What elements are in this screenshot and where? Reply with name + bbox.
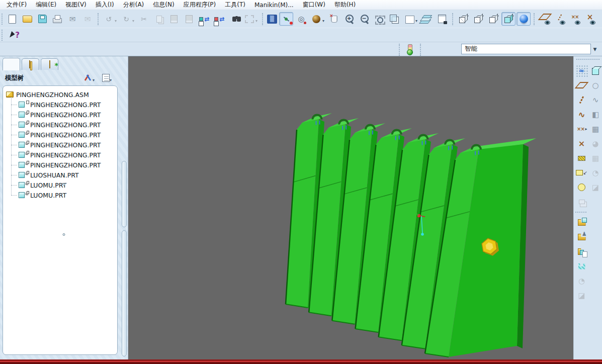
sweep-tool-button[interactable]: ∿	[588, 93, 602, 107]
copy-button[interactable]	[152, 12, 166, 26]
find-button[interactable]	[227, 12, 241, 26]
zoom-out-button[interactable]: −	[357, 12, 371, 26]
shaded-button[interactable]	[501, 12, 515, 26]
datum-axes-toggle[interactable]	[553, 12, 567, 26]
paste-special-button[interactable]	[182, 12, 196, 26]
saved-views-button[interactable]: AB▾	[402, 12, 419, 26]
tree-item-part[interactable]: PINGHENGZHONG.PRT	[5, 140, 116, 150]
hidden-line-button[interactable]	[471, 12, 485, 26]
refit-button[interactable]	[372, 12, 386, 26]
new-file-button[interactable]	[5, 12, 19, 26]
tree-item-part[interactable]: PINGHENGZHONG.PRT	[5, 110, 116, 120]
select-box-button[interactable]: ▾	[242, 12, 259, 26]
mold-slot-button[interactable]	[575, 259, 587, 273]
assemble-manikin-button[interactable]	[575, 230, 587, 244]
menu-item[interactable]: 应用程序(P)	[179, 0, 221, 10]
spin-center-button[interactable]	[279, 12, 293, 26]
menu-item[interactable]: 信息(N)	[148, 0, 179, 10]
annotation-feature-button[interactable]: A	[575, 180, 587, 194]
datum-point-tool-button[interactable]: ××▸	[574, 122, 588, 136]
note-tool-button[interactable]: ↙	[575, 166, 587, 179]
open-file-button[interactable]	[20, 12, 34, 26]
toolbar-grip[interactable]	[2, 14, 3, 25]
enhanced-realism-button[interactable]	[517, 12, 531, 26]
annotations-toggle[interactable]	[598, 12, 602, 26]
selection-filter-dropdown-arrow[interactable]: ▼	[591, 44, 599, 54]
tree-item-part[interactable]: PINGHENGZHONG.PRT	[5, 130, 116, 140]
style-tool-button[interactable]: ◕	[588, 137, 602, 150]
sash-collapse-button[interactable]	[63, 233, 65, 236]
tree-item-part[interactable]: PINGHENGZHONG.PRT	[5, 160, 116, 170]
regenerate-button[interactable]: ⇄	[197, 12, 211, 26]
sketch-tool-button[interactable]: ≈	[575, 64, 587, 77]
menu-item[interactable]: 插入(I)	[91, 0, 119, 10]
sash-collapse-button[interactable]	[63, 183, 65, 186]
wireframe-button[interactable]	[456, 12, 470, 26]
regenerate-manager-button[interactable]: ⇄	[212, 12, 226, 26]
csys-tool-button[interactable]: ×	[575, 137, 587, 150]
boundary-surface-button[interactable]: ▦	[588, 122, 602, 136]
tree-item-part[interactable]: PINGHENGZHONG.PRT	[5, 150, 116, 160]
datum-csys-toggle[interactable]: ×	[583, 12, 597, 26]
context-help-button[interactable]: ?	[8, 28, 22, 42]
chamfer-tool-button[interactable]: ◪	[575, 289, 587, 302]
reorient-button[interactable]	[387, 12, 401, 26]
email-model-button[interactable]: ✉	[65, 12, 79, 26]
tab-folder-browser[interactable]	[22, 58, 39, 70]
navigator-sash-upper[interactable]	[122, 161, 127, 227]
menu-item[interactable]: 工具(T)	[220, 0, 250, 10]
save-file-button[interactable]	[35, 12, 49, 26]
undo-button[interactable]: ↺▾	[102, 12, 118, 26]
tree-item-part[interactable]: PINGHENGZHONG.PRT	[5, 100, 116, 110]
menu-item[interactable]: 编辑(E)	[31, 0, 61, 10]
selection-filter-combobox[interactable]: 智能	[461, 44, 591, 54]
datum-planes-toggle[interactable]	[538, 12, 552, 26]
repaint-button[interactable]: ▒	[266, 12, 278, 26]
layers-button[interactable]	[420, 12, 434, 26]
appearance-gallery-button[interactable]: ▾	[309, 12, 326, 26]
round-tool-button[interactable]: ◔	[575, 274, 587, 288]
orient-mode-button[interactable]: ◎	[294, 12, 308, 26]
menu-item[interactable]: 文件(F)	[2, 0, 31, 10]
datum-points-toggle[interactable]: ××	[568, 12, 582, 26]
tree-item-part[interactable]: LUOSHUAN.PRT	[5, 170, 116, 180]
round2-disabled-button[interactable]: ◔	[588, 166, 602, 179]
tree-item-part[interactable]: LUOMU.PRT	[5, 180, 116, 190]
create-component-button[interactable]	[575, 245, 587, 258]
assemble-component-button[interactable]	[575, 216, 587, 229]
menu-item[interactable]: 分析(A)	[119, 0, 149, 10]
tab-favorites[interactable]	[41, 58, 58, 70]
no-hidden-button[interactable]	[486, 12, 500, 26]
drag-mode-button[interactable]	[327, 12, 341, 26]
navigator-sash-lower[interactable]	[122, 230, 127, 356]
tree-settings-button[interactable]: ▾	[82, 72, 97, 83]
datum-curve-tool-button[interactable]: ∿	[575, 108, 587, 121]
menu-item[interactable]: 视图(V)	[61, 0, 91, 10]
toolbar-grip[interactable]	[2, 30, 6, 41]
menu-item[interactable]: 帮助(H)	[330, 0, 360, 10]
tab-model-tree[interactable]	[3, 58, 20, 70]
toolbar-grip[interactable]	[576, 59, 599, 62]
pattern-grid-button[interactable]: ▦	[588, 151, 602, 165]
cut-button[interactable]: ✂	[137, 12, 151, 26]
menu-item[interactable]: Manikin(M)...	[250, 1, 298, 10]
extrude-tool-button[interactable]	[588, 64, 602, 77]
datum-axis-tool-button[interactable]	[575, 93, 587, 107]
redo-button[interactable]: ↻▾	[119, 12, 136, 26]
view-manager-button[interactable]	[435, 12, 449, 26]
paste-button[interactable]	[167, 12, 181, 26]
annotation-disabled-button[interactable]	[575, 195, 587, 209]
tree-item-part[interactable]: PINGHENGZHONG.PRT	[5, 120, 116, 130]
menu-item[interactable]: 窗口(W)	[298, 0, 330, 10]
email-link-button[interactable]: ✉	[80, 12, 95, 26]
graphics-area[interactable]	[128, 56, 573, 359]
sketched-fill-button[interactable]	[575, 151, 587, 165]
tree-item-part[interactable]: LUOMU.PRT	[5, 190, 116, 200]
zoom-in-button[interactable]: +	[342, 12, 356, 26]
datum-plane-tool-button[interactable]	[575, 78, 587, 92]
print-button[interactable]	[50, 12, 64, 26]
tree-root-assembly[interactable]: PINGHENGZHONG.ASM	[5, 89, 116, 100]
revolve-tool-button[interactable]: ○	[588, 78, 602, 92]
tree-show-button[interactable]: ▾	[101, 72, 114, 83]
blend-tool-button[interactable]: ◧	[588, 108, 602, 121]
